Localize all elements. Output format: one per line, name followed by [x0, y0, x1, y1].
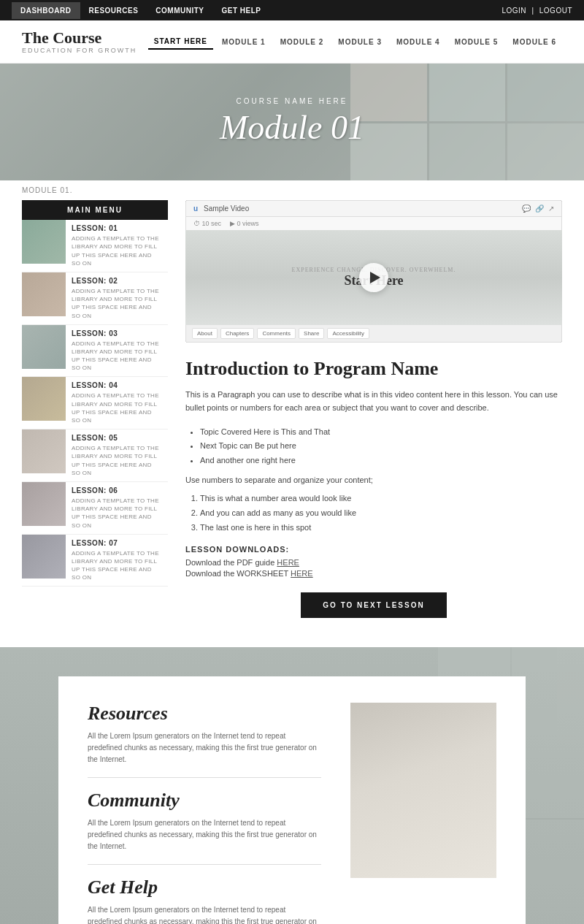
video-duration: ⏱ 10 sec	[193, 220, 221, 227]
lesson-thumbnail-6	[22, 482, 66, 526]
hero-overlay: COURSE NAME HERE Module 01	[220, 97, 364, 147]
nav-divider: |	[531, 7, 534, 15]
gethelp-text: All the Lorem Ipsum generators on the In…	[88, 904, 321, 924]
top-nav-left: DASHBOARD RESOURCES COMMUNITY GET HELP	[12, 2, 270, 19]
lesson-info-5: Lesson: 05 ADDING A TEMPLATE TO THE LIBR…	[66, 429, 168, 481]
video-views: ▶ 0 views	[230, 220, 259, 227]
hero-module-title: Module 01	[220, 108, 364, 147]
hero-tile-2	[429, 64, 506, 121]
list-item[interactable]: Lesson: 04 ADDING A TEMPLATE TO THE LIBR…	[22, 377, 168, 429]
community-section: Community All the Lorem Ipsum generators…	[88, 790, 321, 865]
lesson-number-3: Lesson: 03	[72, 329, 162, 337]
lesson-thumbnail-4	[22, 377, 66, 421]
nav-module-3[interactable]: MODULE 3	[332, 35, 388, 49]
lesson-desc-6: ADDING A TEMPLATE TO THE LIBRARY AND MOR…	[72, 497, 162, 530]
nav-start-here[interactable]: START HERE	[148, 34, 213, 50]
link-icon[interactable]: 🔗	[535, 205, 544, 213]
nav-module-6[interactable]: MODULE 6	[507, 35, 562, 49]
footer-section: Resources All the Lorem Ipsum generators…	[0, 647, 584, 924]
video-title: Sample Video	[204, 205, 516, 213]
video-bottom-bar: About Chapters Comments Share Accessibil…	[185, 325, 562, 343]
download-pdf-link[interactable]: HERE	[277, 558, 299, 567]
lesson-body: This is a Paragraph you can use to descr…	[185, 389, 562, 414]
top-nav-resources[interactable]: RESOURCES	[80, 2, 147, 19]
video-tab-share[interactable]: Share	[299, 328, 324, 339]
lesson-thumbnail-5	[22, 429, 66, 473]
footer-image-inner	[350, 703, 496, 878]
lesson-thumbnail-2	[22, 272, 66, 316]
footer-content-box: Resources All the Lorem Ipsum generators…	[58, 676, 526, 924]
hero-tile-6	[507, 123, 584, 181]
lesson-number-4: Lesson: 04	[72, 381, 162, 389]
logout-link[interactable]: LOGOUT	[539, 7, 572, 15]
lesson-number-2: Lesson: 02	[72, 277, 162, 285]
downloads-label: LESSON DOWNLOADS:	[185, 545, 562, 554]
video-tab-accessibility[interactable]: Accessibility	[327, 328, 369, 339]
top-nav: DASHBOARD RESOURCES COMMUNITY GET HELP L…	[0, 0, 584, 20]
numbered-item-2: And you can add as many as you would lik…	[200, 506, 562, 521]
play-button[interactable]	[359, 263, 388, 292]
lesson-thumbnail-7	[22, 535, 66, 579]
footer-columns: Resources All the Lorem Ipsum generators…	[88, 703, 496, 924]
list-item[interactable]: Lesson: 02 ADDING A TEMPLATE TO THE LIBR…	[22, 272, 168, 325]
nav-module-1[interactable]: MODULE 1	[216, 35, 272, 49]
lesson-number-6: Lesson: 06	[72, 486, 162, 495]
hero-tiles	[350, 64, 584, 180]
footer-left: Resources All the Lorem Ipsum generators…	[88, 703, 321, 924]
bullet-list: Topic Covered Here is This and That Next…	[200, 425, 562, 468]
external-link-icon[interactable]: ↗	[548, 205, 554, 213]
lesson-number-5: Lesson: 05	[72, 434, 162, 442]
lesson-info-7: Lesson: 07 ADDING A TEMPLATE TO THE LIBR…	[66, 535, 168, 587]
video-stats: ⏱ 10 sec ▶ 0 views	[185, 216, 562, 230]
nav-module-4[interactable]: MODULE 4	[391, 35, 446, 49]
video-tab-comments[interactable]: Comments	[257, 328, 296, 339]
download-worksheet: Download the WORKSHEET HERE	[185, 569, 562, 578]
download-worksheet-link[interactable]: HERE	[291, 569, 313, 578]
bullet-item-1: Topic Covered Here is This and That	[200, 425, 562, 440]
footer-image	[350, 703, 496, 878]
lesson-info-3: Lesson: 03 ADDING A TEMPLATE TO THE LIBR…	[66, 325, 168, 377]
lesson-number-1: Lesson: 01	[72, 224, 162, 232]
content-area: u Sample Video 💬 🔗 ↗ ⏱ 10 sec ▶ 0 views …	[185, 200, 562, 618]
list-item[interactable]: Lesson: 01 ADDING A TEMPLATE TO THE LIBR…	[22, 220, 168, 272]
site-header: The Course EDUCATION FOR GROWTH START HE…	[0, 20, 584, 64]
lesson-info-6: Lesson: 06 ADDING A TEMPLATE TO THE LIBR…	[66, 482, 168, 534]
lesson-desc-5: ADDING A TEMPLATE TO THE LIBRARY AND MOR…	[72, 444, 162, 477]
video-screen[interactable]: Experience change. Discover. Overwhelm. …	[185, 230, 562, 325]
nav-module-5[interactable]: MODULE 5	[449, 35, 504, 49]
resources-title: Resources	[88, 703, 321, 725]
lesson-desc-3: ADDING A TEMPLATE TO THE LIBRARY AND MOR…	[72, 340, 162, 373]
video-tab-chapters[interactable]: Chapters	[220, 328, 254, 339]
speech-bubble-icon[interactable]: 💬	[522, 205, 531, 213]
bullet-item-3: And another one right here	[200, 454, 562, 468]
lesson-thumbnail-3	[22, 325, 66, 369]
community-divider	[88, 864, 321, 865]
numbers-intro: Use numbers to separate and organize you…	[185, 476, 562, 484]
lesson-title: Introduction to Program Name	[185, 357, 562, 380]
next-lesson-button[interactable]: GO TO NEXT LESSON	[301, 592, 447, 618]
nav-module-2[interactable]: MODULE 2	[274, 35, 330, 49]
login-link[interactable]: LOGIN	[502, 7, 526, 15]
list-item[interactable]: Lesson: 07 ADDING A TEMPLATE TO THE LIBR…	[22, 535, 168, 587]
top-nav-community[interactable]: COMMUNITY	[147, 2, 212, 19]
video-player: u Sample Video 💬 🔗 ↗ ⏱ 10 sec ▶ 0 views …	[185, 200, 562, 343]
list-item[interactable]: Lesson: 06 ADDING A TEMPLATE TO THE LIBR…	[22, 482, 168, 535]
site-logo[interactable]: The Course EDUCATION FOR GROWTH	[22, 29, 137, 54]
numbered-item-3: The last one is here in this spot	[200, 521, 562, 535]
video-tab-about[interactable]: About	[192, 328, 218, 339]
sidebar-menu-header: MAIN MENU	[22, 200, 168, 220]
top-nav-dashboard[interactable]: DASHBOARD	[12, 2, 80, 19]
lesson-desc-1: ADDING A TEMPLATE TO THE LIBRARY AND MOR…	[72, 234, 162, 267]
lesson-info-2: Lesson: 02 ADDING A TEMPLATE TO THE LIBR…	[66, 272, 168, 324]
lesson-info-1: Lesson: 01 ADDING A TEMPLATE TO THE LIBR…	[66, 220, 168, 272]
play-icon	[370, 272, 380, 283]
list-item[interactable]: Lesson: 03 ADDING A TEMPLATE TO THE LIBR…	[22, 325, 168, 378]
hero-course-label: COURSE NAME HERE	[220, 97, 364, 105]
sidebar: MAIN MENU Lesson: 01 ADDING A TEMPLATE T…	[22, 200, 168, 618]
list-item[interactable]: Lesson: 05 ADDING A TEMPLATE TO THE LIBR…	[22, 429, 168, 482]
community-title: Community	[88, 790, 321, 812]
top-nav-gethelp[interactable]: GET HELP	[213, 2, 270, 19]
bullet-item-2: Next Topic can Be put here	[200, 439, 562, 454]
resources-section: Resources All the Lorem Ipsum generators…	[88, 703, 321, 778]
hero-banner: COURSE NAME HERE Module 01	[0, 64, 584, 180]
